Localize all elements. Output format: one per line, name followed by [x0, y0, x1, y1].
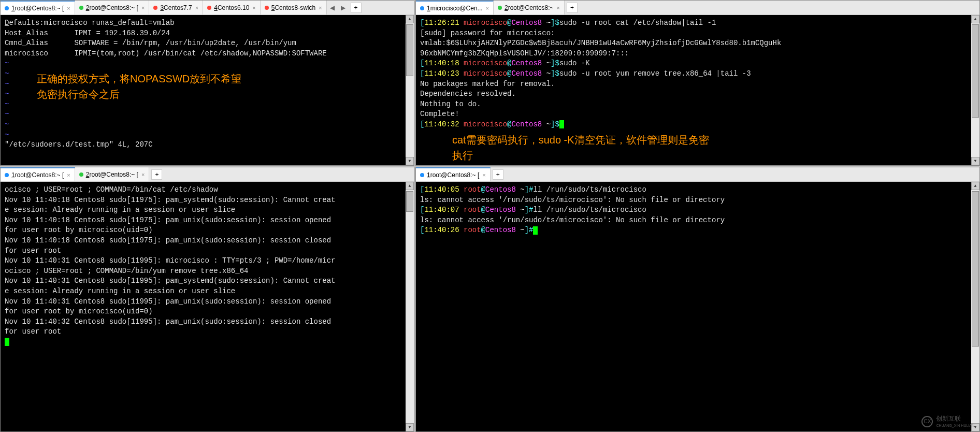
new-tab-button[interactable]: + [493, 169, 503, 180]
close-icon[interactable]: × [486, 5, 489, 11]
close-icon[interactable]: × [195, 5, 198, 11]
terminal-area[interactable]: ocisco ; USER=root ; COMMAND=/bin/cat /e… [1, 182, 414, 431]
watermark-logo-icon: CX [921, 416, 933, 427]
new-tab-button[interactable]: + [351, 3, 362, 13]
text-segment: ]$ [551, 19, 559, 27]
terminal-line: Nov 10 11:40:18 Centos8 sudo[11975]: pam… [5, 215, 410, 226]
tab-0[interactable]: 1 root@Centos8:~ [× [1, 167, 75, 181]
tab-2[interactable]: 3 Centos7.7× [149, 1, 203, 15]
terminal-line: Nov 10 11:40:18 Centos8 sudo[11975]: pam… [5, 236, 410, 246]
status-dot-icon [420, 6, 424, 10]
text-segment: Centos8 [511, 69, 546, 78]
text-segment: ls: cannot access '/run/sudo/ts/microcis… [420, 196, 725, 204]
terminal-line: ocisco ; USER=root ; COMMAND=/bin/cat /e… [5, 185, 410, 195]
text-segment: 11:40:26 [424, 226, 464, 234]
text-segment: 11:40:18 [424, 59, 464, 67]
text-segment: Centos8 [485, 226, 520, 234]
scroll-thumb[interactable] [972, 191, 979, 347]
tab-0[interactable]: 1 root@Centos8:~ [× [1, 1, 75, 15]
status-dot-icon [498, 6, 502, 10]
close-icon[interactable]: × [557, 5, 560, 11]
close-icon[interactable]: × [67, 5, 70, 11]
text-segment: root [464, 206, 481, 214]
scrollbar[interactable]: ▲ ▼ [406, 182, 414, 431]
text-segment: Centos8 [485, 206, 520, 214]
scroll-up-icon[interactable]: ▲ [406, 182, 414, 190]
pane-top-right: 1 microcisco@Cen...×2 root@Centos8:~×+[1… [415, 0, 980, 166]
close-icon[interactable]: × [141, 5, 145, 11]
status-dot-icon [79, 172, 83, 177]
terminal-line: 96xbNMCYmfg3bZKqHplsVUSOHLJV/:18209:0:99… [420, 49, 975, 59]
tab-nav-right[interactable]: ▶ [338, 4, 349, 11]
terminal-line: e session: Already running in a session … [5, 286, 410, 297]
tab-label: Centos8-swich [275, 4, 315, 11]
text-segment: root [464, 185, 481, 194]
cursor-icon [5, 338, 9, 346]
scroll-up-icon[interactable]: ▲ [406, 15, 414, 23]
terminal-line: ocisco ; USER=root ; COMMAND=/bin/yum re… [5, 266, 410, 277]
scroll-thumb[interactable] [972, 24, 979, 118]
scrollbar[interactable]: ▲ ▼ [406, 15, 414, 165]
scroll-down-icon[interactable]: ▼ [971, 157, 979, 165]
new-tab-button[interactable]: + [151, 169, 162, 180]
terminal-line: Nov 10 11:40:18 Centos8 sudo[11975]: pam… [5, 195, 410, 206]
terminal-line: [11:40:23 microcisco@Centos8 ~]$sudo -u … [420, 69, 975, 79]
tab-label: root@Centos8:~ [508, 4, 554, 11]
close-icon[interactable]: × [319, 5, 322, 11]
scroll-thumb[interactable] [406, 24, 413, 76]
scroll-down-icon[interactable]: ▼ [406, 423, 414, 431]
close-icon[interactable]: × [252, 5, 255, 11]
terminal-area[interactable]: [11:40:05 root@Centos8 ~]#ll /run/sudo/t… [416, 182, 979, 431]
scroll-up-icon[interactable]: ▲ [971, 182, 979, 190]
text-segment: sudo -K [559, 59, 590, 67]
terminal-area[interactable]: [11:26:21 microcisco@Centos8 ~]$sudo -u … [416, 15, 979, 165]
terminal-area[interactable]: Defaults:microcisco runas_default=vmlabH… [1, 15, 414, 165]
tab-bar: 1 root@Centos8:~ [×+ [416, 167, 979, 182]
terminal-line: e session: Already running in a session … [5, 205, 410, 215]
text-segment: 11:40:05 [424, 185, 464, 194]
tab-hotkey: 2 [86, 171, 90, 178]
text-segment: Nov 10 11:40:18 Centos8 sudo[11975]: pam… [5, 196, 336, 204]
text-segment: ]$ [551, 59, 559, 67]
text-segment: root [464, 226, 481, 234]
status-dot-icon [79, 6, 83, 10]
scroll-up-icon[interactable]: ▲ [971, 15, 979, 23]
text-segment: vmlab:$6$LUhxjAHZNlyPZGDc$w5Bj8acuh/JNBH… [420, 39, 781, 47]
new-tab-button[interactable]: + [567, 3, 578, 13]
tab-1[interactable]: 2 root@Centos8:~ [× [75, 167, 150, 181]
text-segment: ocisco ; USER=root ; COMMAND=/bin/yum re… [5, 267, 248, 275]
text-segment: @ [481, 206, 485, 214]
text-segment: for user root by microcisco(uid=0) [5, 307, 153, 315]
scrollbar[interactable]: ▲ ▼ [971, 15, 979, 165]
close-icon[interactable]: × [67, 172, 70, 178]
status-dot-icon [207, 6, 211, 10]
tab-hotkey: 3 [160, 4, 164, 11]
text-segment: @ [481, 226, 485, 234]
close-icon[interactable]: × [482, 172, 485, 178]
tab-bar: 1 microcisco@Cen...×2 root@Centos8:~×+ [416, 1, 979, 15]
tab-1[interactable]: 2 root@Centos8:~× [494, 1, 565, 15]
text-segment: ~ [5, 59, 9, 67]
text-segment: e session: Already running in a session … [5, 206, 235, 214]
watermark: CX 创新互联CHUANG_XIN HULIAN [921, 414, 974, 428]
text-segment: ~ [520, 185, 524, 194]
tab-hotkey: 1 [427, 5, 430, 12]
tab-0[interactable]: 1 root@Centos8:~ [× [416, 167, 491, 181]
text-segment: ~ [5, 90, 9, 98]
status-dot-icon [5, 6, 9, 10]
tab-3[interactable]: 4 Centos6.10× [203, 1, 261, 15]
close-icon[interactable]: × [141, 171, 145, 178]
tab-0[interactable]: 1 microcisco@Cen...× [416, 1, 494, 15]
tab-1[interactable]: 2 root@Centos8:~ [× [75, 1, 150, 15]
tab-4[interactable]: 5 Centos8-swich× [261, 1, 327, 15]
scrollbar[interactable]: ▲ ▼ [971, 182, 979, 431]
text-segment: [sudo] password for microcisco: [420, 29, 555, 37]
tab-hotkey: 2 [505, 4, 508, 11]
pane-bottom-right: 1 root@Centos8:~ [×+[11:40:05 root@Cento… [415, 167, 980, 432]
terminal-line: Complete! [420, 109, 975, 120]
cursor-icon [533, 226, 538, 235]
text-segment: for user root [5, 327, 61, 336]
scroll-down-icon[interactable]: ▼ [406, 157, 414, 165]
scroll-thumb[interactable] [406, 191, 413, 212]
tab-nav-left[interactable]: ◀ [327, 4, 338, 11]
